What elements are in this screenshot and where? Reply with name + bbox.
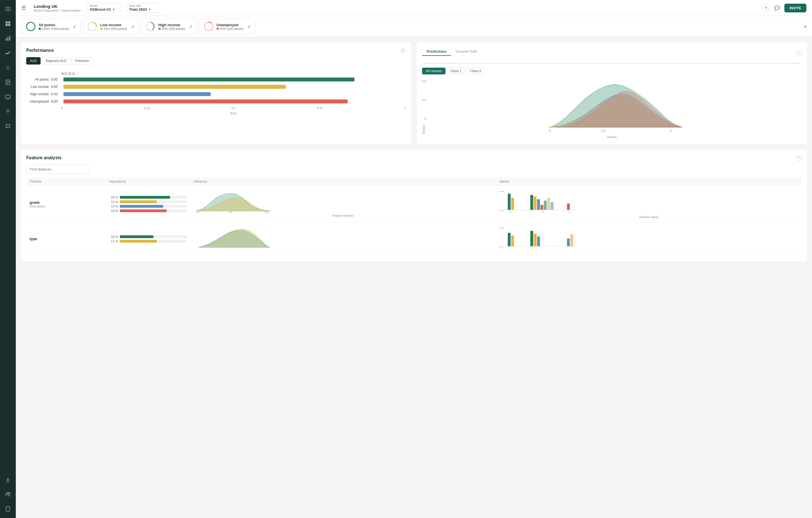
sidebar-monitor-icon[interactable] — [3, 92, 12, 101]
high-income-count: 25% (250 points) — [158, 27, 185, 30]
svg-point-28 — [204, 22, 213, 31]
content-area: Performance ? AUC Segment AUC Precision … — [16, 37, 812, 518]
performance-help-icon[interactable]: ? — [400, 48, 406, 53]
low-income-name: Low income — [100, 23, 127, 27]
feature-analysis-title: Feature analysis — [26, 155, 61, 160]
segment-low-income[interactable]: Low income 50% (500 points) ✓ — [83, 19, 139, 34]
imp-bar-cont-green — [120, 196, 187, 199]
sidebar-chat-icon[interactable] — [3, 122, 12, 131]
model-dropdown[interactable]: Model XGBoost-V1 ▾ — [87, 3, 120, 13]
svg-text:10 %: 10 % — [499, 226, 504, 229]
tab-all-classes[interactable]: All classes — [422, 68, 445, 74]
svg-point-10 — [7, 67, 9, 68]
imp-bar-blue: 13 % — [109, 205, 187, 208]
imp-pct-blue: 13 % — [109, 205, 118, 208]
sidebar-users-icon[interactable] — [3, 490, 12, 499]
svg-rect-0 — [5, 7, 11, 8]
feature-importance-cell: 15 % 11 % — [106, 186, 190, 222]
svg-rect-42 — [530, 195, 533, 210]
sidebar-download-icon[interactable] — [3, 475, 12, 484]
performance-predictions-row: Performance ? AUC Segment AUC Precision … — [20, 42, 808, 145]
datasplit-dropdown[interactable]: Data split Train 2022 ▾ — [126, 3, 160, 13]
segment-all-points[interactable]: All points 100% (1000 points) ✓ — [22, 19, 81, 34]
importance-bars-grade: 15 % 11 % — [109, 195, 187, 213]
sidebar-charts-icon[interactable] — [3, 34, 12, 43]
segment-expand-icon[interactable]: ▾ — [804, 24, 806, 29]
feature-search-input[interactable] — [26, 164, 88, 174]
all-points-count: 100% (1000 points) — [39, 27, 69, 30]
high-income-dot — [158, 28, 161, 30]
bar-label-highincome: High income — [26, 92, 49, 96]
feature-grade-desc: Description — [30, 205, 103, 208]
predictions-help-icon[interactable]: ? — [796, 51, 802, 56]
hamburger-icon[interactable]: ☰ — [22, 5, 26, 11]
svg-point-22 — [6, 492, 8, 494]
imp-pct-yellow-type: 11 % — [109, 240, 118, 243]
svg-text:-2.5: -2.5 — [601, 129, 606, 132]
imp-bar-yellow-type: 11 % — [109, 240, 187, 243]
sidebar-filter-icon[interactable] — [3, 107, 12, 116]
svg-rect-4 — [8, 22, 10, 24]
feature-name-cell-type: type — [26, 222, 106, 255]
svg-rect-48 — [551, 202, 553, 210]
sidebar-menu-icon[interactable] — [3, 4, 12, 13]
imp-bar-fill-green-type — [120, 235, 153, 238]
svg-text:0: 0 — [670, 129, 672, 132]
svg-text:B: B — [542, 211, 544, 213]
density-svg: -5 -2.5 0 — [427, 78, 802, 134]
all-points-dot — [39, 28, 41, 30]
values-svg-grade: 10 % 0 % — [499, 189, 578, 215]
bar-container-allpoints — [63, 78, 406, 82]
comment-icon[interactable]: 💬 — [773, 4, 781, 12]
svg-text:10 %: 10 % — [499, 190, 504, 193]
invite-button[interactable]: INVITE — [784, 4, 806, 12]
influence-svg-grade: 25 50 100 — [194, 191, 273, 213]
help-icon[interactable]: ? — [762, 4, 770, 12]
low-income-count: 50% (500 points) — [100, 27, 127, 30]
unemployed-check: ✓ — [247, 24, 251, 29]
feature-analysis-help-icon[interactable]: ? — [796, 155, 802, 161]
sidebar-reports-icon[interactable] — [3, 78, 12, 87]
svg-rect-44 — [537, 199, 540, 210]
tab-class0[interactable]: Class 0 — [466, 68, 485, 74]
imp-bar-yellow: 11 % — [109, 200, 187, 204]
tab-class1[interactable]: Class 1 — [446, 68, 465, 74]
feature-values-cell-type: 10 % 0 % — [496, 222, 802, 255]
tab-segment-auc[interactable]: Segment AUC — [42, 57, 70, 64]
tab-ground-truth[interactable]: Ground Truth — [451, 48, 482, 56]
sidebar-book-icon[interactable] — [3, 505, 12, 514]
tab-predictions[interactable]: Predictions — [422, 48, 451, 56]
svg-point-23 — [9, 492, 10, 494]
segment-high-income[interactable]: High income 25% (250 points) ✓ — [141, 19, 197, 34]
sidebar-settings-icon[interactable] — [3, 63, 12, 72]
bar-value-lowincome: 0.65 — [51, 85, 61, 89]
tab-auc[interactable]: AUC — [26, 57, 40, 64]
performance-tabs: AUC Segment AUC Precision — [26, 57, 406, 64]
all-points-check: ✓ — [73, 24, 77, 29]
all-points-name: All points — [39, 23, 69, 27]
svg-point-25 — [27, 22, 35, 31]
svg-rect-41 — [511, 198, 514, 210]
bar-label-lowincome: Low income — [26, 85, 49, 89]
bar-container-lowincome — [63, 85, 406, 89]
low-income-circle-icon — [87, 22, 97, 32]
imp-bar-cont-yellow — [120, 201, 187, 203]
bar-container-highincome — [63, 92, 406, 96]
bar-row-lowincome: Low income 0.65 — [26, 85, 406, 89]
svg-rect-8 — [7, 37, 8, 40]
influence-label-grade: Feature infuence — [194, 214, 493, 217]
svg-text:C: C — [569, 211, 570, 213]
imp-bar-fill-red — [120, 209, 167, 212]
feature-values-cell: 10 % 0 % — [496, 186, 802, 222]
header: ☰ Lending UK Model Diagnostics / Segment… — [16, 0, 812, 16]
segment-unemployed[interactable]: Unemployed 10% (100 points) ✓ — [199, 19, 255, 34]
sidebar-analytics-icon[interactable] — [3, 49, 12, 58]
bar-container-unemployed — [63, 99, 406, 103]
svg-rect-60 — [534, 234, 536, 246]
bar-fill-lowincome — [63, 85, 286, 89]
sort-icon[interactable]: ↓ — [77, 72, 78, 75]
sidebar-dashboard-icon[interactable] — [3, 19, 12, 28]
imp-bar-cont-red — [120, 209, 187, 212]
chart-x-axis: 0 0.25 0.5 0.75 1 — [26, 107, 406, 110]
tab-precision[interactable]: Precision — [71, 57, 93, 64]
